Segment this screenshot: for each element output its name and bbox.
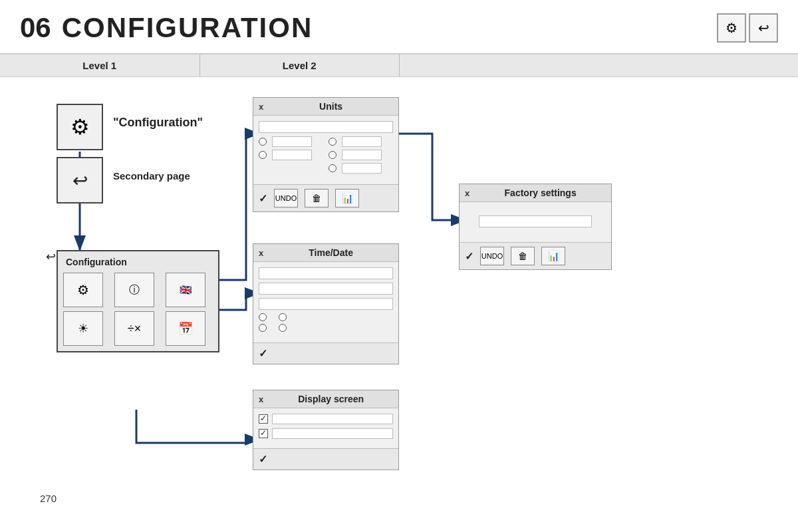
units-confirm[interactable]: ✓ <box>259 192 267 205</box>
header-title: CONFIGURATION <box>62 12 313 44</box>
factory-confirm[interactable]: ✓ <box>465 250 473 263</box>
units-action2[interactable]: 🗑 <box>305 189 329 207</box>
units-radio2[interactable] <box>259 151 267 159</box>
panel-side-icon: ↩ <box>46 249 56 264</box>
factory-close[interactable]: x <box>465 188 469 198</box>
level1-cell: Level 1 <box>0 55 200 76</box>
timedate-confirm[interactable]: ✓ <box>259 347 267 360</box>
factory-action2[interactable]: 🗑 <box>511 247 535 265</box>
units-radio1[interactable] <box>259 138 267 146</box>
units-radio5-input[interactable] <box>342 163 382 174</box>
displayscreen-title: Display screen <box>269 394 393 404</box>
units-radio4-input[interactable] <box>342 150 382 160</box>
header-icons: ⚙ ↩ <box>717 13 778 43</box>
panel-icon-gear[interactable]: ⚙ <box>63 273 103 307</box>
level3-cell <box>400 55 798 76</box>
return-icon-box[interactable]: ↩ <box>749 13 778 43</box>
units-action1[interactable]: UNDO <box>274 189 298 207</box>
secondary-label: Secondary page <box>113 170 190 182</box>
main-area: ⚙ "Configuration" ↩ Secondary page ↩ Con… <box>0 77 798 523</box>
page-number: 270 <box>40 493 57 504</box>
settings-icon-box[interactable]: ⚙ <box>717 13 746 43</box>
units-radio1-input[interactable] <box>272 136 312 147</box>
units-radio5[interactable] <box>329 164 336 172</box>
units-radio3[interactable] <box>329 138 336 146</box>
panel-icon-flag[interactable]: 🇬🇧 <box>166 273 205 307</box>
config-gear-icon: ⚙ <box>70 114 90 140</box>
units-close[interactable]: x <box>259 102 263 112</box>
units-action3[interactable]: 📊 <box>335 189 359 207</box>
timedate-input2[interactable] <box>259 283 393 295</box>
timedate-close[interactable]: x <box>259 248 263 258</box>
timedate-title: Time/Date <box>269 247 393 258</box>
timedate-radio4[interactable] <box>279 324 287 332</box>
timedate-radio2[interactable] <box>279 313 287 321</box>
timedate-radio1[interactable] <box>259 313 267 321</box>
timedate-input1[interactable] <box>259 267 393 279</box>
config-panel: ↩ Configuration ⚙ ⓘ 🇬🇧 ☀ ÷× 📅 <box>57 250 219 352</box>
units-radio2-input[interactable] <box>272 150 312 160</box>
units-radio4[interactable] <box>329 151 336 159</box>
config-panel-title: Configuration <box>63 257 213 267</box>
factory-dialog: x Factory settings ✓ UNDO 🗑 📊 <box>459 184 612 270</box>
panel-icon-info[interactable]: ⓘ <box>114 273 154 307</box>
secondary-icon-box[interactable]: ↩ <box>57 157 103 203</box>
displayscreen-confirm[interactable]: ✓ <box>259 453 267 466</box>
units-title: Units <box>269 101 393 112</box>
diagram: ⚙ "Configuration" ↩ Secondary page ↩ Con… <box>20 90 778 509</box>
timedate-radio3[interactable] <box>259 324 267 332</box>
factory-title: Factory settings <box>475 188 606 198</box>
secondary-icon: ↩ <box>72 170 88 192</box>
level2-cell: Level 2 <box>200 55 400 76</box>
config-label: "Configuration" <box>113 116 203 130</box>
panel-icon-sun[interactable]: ☀ <box>63 311 103 346</box>
units-radio3-input[interactable] <box>342 136 382 147</box>
level-bar: Level 1 Level 2 <box>0 55 798 77</box>
factory-action1[interactable]: UNDO <box>480 247 504 265</box>
timedate-input3[interactable] <box>259 298 393 310</box>
displayscreen-close[interactable]: x <box>259 394 263 404</box>
header-number: 06 <box>20 12 51 44</box>
timedate-dialog: x Time/Date <box>253 243 399 364</box>
displayscreen-dialog: x Display screen ✓ <box>253 390 399 470</box>
displayscreen-cb2[interactable] <box>259 429 268 438</box>
panel-icon-calc[interactable]: ÷× <box>114 311 154 346</box>
units-dialog: x Units <box>253 97 399 212</box>
config-icon-box[interactable]: ⚙ <box>57 104 103 150</box>
units-input-top[interactable] <box>259 121 393 133</box>
displayscreen-cb1[interactable] <box>259 414 268 424</box>
header: 06 CONFIGURATION ⚙ ↩ <box>0 0 798 55</box>
factory-action3[interactable]: 📊 <box>541 247 565 265</box>
panel-icon-calendar[interactable]: 📅 <box>166 311 205 346</box>
